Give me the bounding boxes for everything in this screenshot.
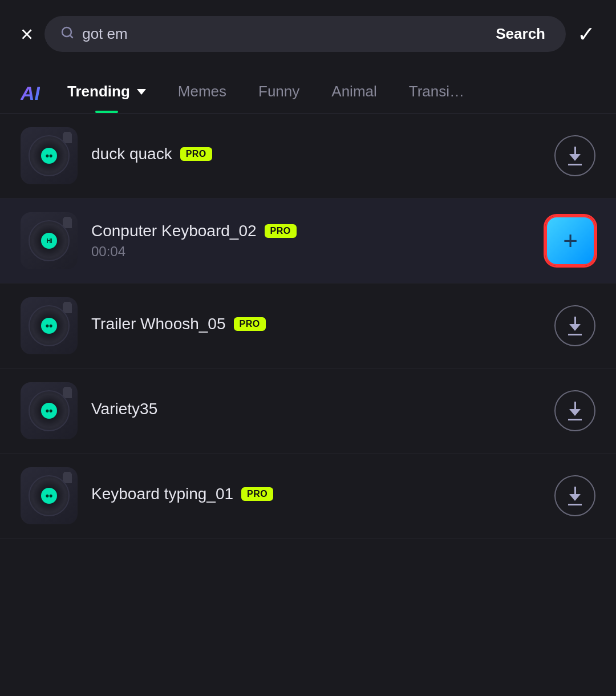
plus-icon: +: [563, 228, 578, 253]
tab-memes[interactable]: Memes: [162, 74, 242, 113]
sound-name: Variety35: [91, 400, 157, 418]
record-disc: •: [30, 391, 68, 430]
download-icon: [568, 147, 582, 165]
record-disc: •: [30, 306, 68, 345]
sound-name: Conputer Keyboard_02: [91, 222, 257, 240]
confirm-button[interactable]: ✓: [577, 22, 595, 47]
sound-item-variety35[interactable]: • Variety35: [0, 369, 616, 454]
sound-duration: 00:04: [91, 244, 532, 260]
pro-badge: Pro: [180, 147, 212, 161]
ai-label: AI: [21, 82, 40, 104]
sound-item-keyboard-typing[interactable]: • Keyboard typing_01 Pro: [0, 454, 616, 539]
sound-info: Trailer Whoosh_05 Pro: [91, 315, 541, 337]
close-button[interactable]: ×: [21, 23, 33, 45]
chevron-down-icon: [137, 89, 146, 95]
sound-name-row: Trailer Whoosh_05 Pro: [91, 315, 541, 333]
tab-trending-label: Trending: [67, 83, 146, 100]
sound-name-row: Conputer Keyboard_02 Pro: [91, 222, 532, 240]
search-button[interactable]: Search: [491, 25, 550, 43]
sound-name: Keyboard typing_01: [91, 485, 233, 503]
record-center: HI: [41, 233, 57, 249]
record-icon: HI: [21, 212, 78, 269]
header: × Search ✓: [0, 0, 616, 68]
sound-name-row: duck quack Pro: [91, 145, 541, 163]
sound-item-duck-quack[interactable]: • duck quack Pro: [0, 114, 616, 199]
sound-name: duck quack: [91, 145, 172, 163]
tab-animal[interactable]: Animal: [315, 74, 392, 113]
record-disc: HI: [30, 221, 68, 260]
sound-name-row: Variety35: [91, 400, 541, 418]
record-icon: •: [21, 297, 78, 354]
sound-name-row: Keyboard typing_01 Pro: [91, 485, 541, 503]
download-button[interactable]: [554, 135, 595, 176]
record-center: •: [41, 148, 57, 164]
pro-badge: Pro: [241, 487, 273, 501]
sound-list: • duck quack Pro HI: [0, 114, 616, 539]
download-icon: [568, 487, 582, 505]
download-icon: [568, 317, 582, 335]
record-center: •: [41, 403, 57, 419]
sound-info: Variety35: [91, 400, 541, 422]
pro-badge: Pro: [265, 224, 297, 238]
record-icon: •: [21, 467, 78, 524]
download-icon: [568, 402, 582, 420]
search-bar: Search: [44, 16, 566, 52]
download-button[interactable]: [554, 305, 595, 346]
search-icon: [60, 26, 74, 43]
record-disc: •: [30, 136, 68, 175]
download-button[interactable]: [554, 390, 595, 431]
pro-badge: Pro: [234, 317, 266, 331]
record-center: •: [41, 488, 57, 504]
tab-funny[interactable]: Funny: [242, 74, 315, 113]
record-disc: •: [30, 476, 68, 515]
add-button[interactable]: +: [545, 216, 595, 266]
record-icon: •: [21, 382, 78, 439]
tab-transitions[interactable]: Transi…: [393, 74, 480, 113]
tab-trending[interactable]: Trending: [51, 74, 162, 113]
record-icon: •: [21, 127, 78, 184]
search-input[interactable]: [82, 25, 483, 43]
sound-item-computer-keyboard[interactable]: HI Conputer Keyboard_02 Pro 00:04 +: [0, 199, 616, 284]
sound-info: Keyboard typing_01 Pro: [91, 485, 541, 507]
svg-line-1: [70, 35, 72, 37]
sound-name: Trailer Whoosh_05: [91, 315, 226, 333]
sound-item-trailer-whoosh[interactable]: • Trailer Whoosh_05 Pro: [0, 284, 616, 369]
sound-info: duck quack Pro: [91, 145, 541, 167]
tabs-row: AI Trending Memes Funny Animal Transi…: [0, 68, 616, 114]
sound-info: Conputer Keyboard_02 Pro 00:04: [91, 222, 532, 260]
record-center: •: [41, 318, 57, 334]
download-button[interactable]: [554, 475, 595, 516]
